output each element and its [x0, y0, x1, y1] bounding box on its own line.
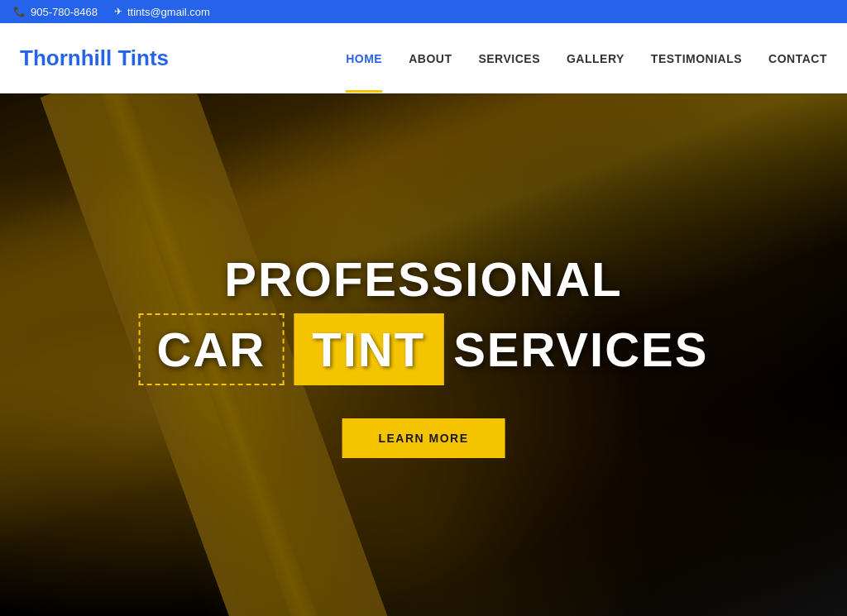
hero-section: PROFESSIONAL CAR TINT SERVICES LEARN MOR… — [0, 93, 847, 616]
navbar: Thornhill Tints HOME ABOUT SERVICES GALL… — [0, 23, 847, 93]
email-address: ttints@gmail.com — [127, 6, 210, 18]
logo-text-main: Thornhill — [20, 45, 112, 70]
hero-word-tint: TINT — [294, 313, 443, 385]
nav-item-services[interactable]: SERVICES — [478, 51, 540, 66]
phone-icon: 📞 — [13, 6, 26, 17]
hero-word-car: CAR — [139, 313, 285, 385]
logo[interactable]: Thornhill Tints — [20, 45, 169, 71]
nav-item-home[interactable]: HOME — [346, 51, 382, 66]
nav-item-testimonials[interactable]: TESTIMONIALS — [651, 51, 742, 66]
nav-link-testimonials[interactable]: TESTIMONIALS — [651, 52, 742, 65]
logo-text-highlight: Tints — [112, 45, 169, 70]
nav-link-home[interactable]: HOME — [346, 52, 382, 65]
email-icon: ✈ — [114, 6, 122, 17]
email-item: ✈ ttints@gmail.com — [114, 6, 210, 18]
phone-number: 905-780-8468 — [31, 6, 98, 18]
nav-link-about[interactable]: ABOUT — [409, 52, 452, 65]
hero-content: PROFESSIONAL CAR TINT SERVICES LEARN MOR… — [139, 251, 709, 458]
nav-item-about[interactable]: ABOUT — [409, 51, 452, 66]
hero-word-services: SERVICES — [453, 322, 708, 377]
nav-link-gallery[interactable]: GALLERY — [567, 52, 624, 65]
phone-item: 📞 905-780-8468 — [13, 6, 98, 18]
hero-title-line1: PROFESSIONAL — [139, 251, 709, 307]
nav-item-gallery[interactable]: GALLERY — [567, 51, 624, 66]
hero-title-line2: CAR TINT SERVICES — [139, 313, 709, 385]
learn-more-button[interactable]: LEARN MORE — [342, 418, 505, 458]
nav-link-contact[interactable]: CONTACT — [768, 52, 827, 65]
nav-link-services[interactable]: SERVICES — [478, 52, 540, 65]
nav-item-contact[interactable]: CONTACT — [768, 51, 827, 66]
top-bar: 📞 905-780-8468 ✈ ttints@gmail.com — [0, 0, 847, 23]
nav-links: HOME ABOUT SERVICES GALLERY TESTIMONIALS… — [346, 51, 827, 66]
